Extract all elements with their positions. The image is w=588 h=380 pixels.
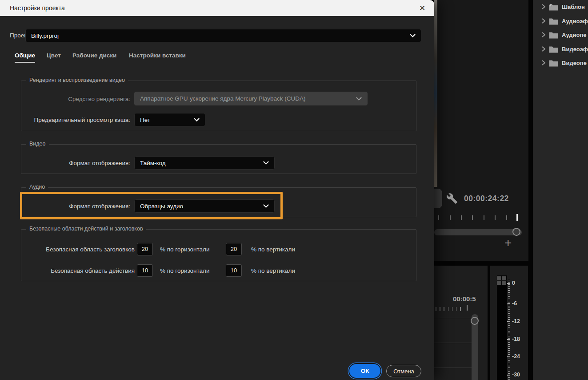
video-format-dropdown[interactable]: Тайм-код bbox=[134, 156, 275, 170]
track-divider bbox=[434, 343, 472, 343]
tree-item-audio-transitions[interactable]: Аудиопе bbox=[533, 29, 588, 40]
tree-item-video-transitions[interactable]: Видеопе bbox=[533, 57, 588, 68]
tab-scratch-disks[interactable]: Рабочие диски bbox=[72, 52, 116, 62]
video-frame-sliver bbox=[434, 0, 437, 187]
timeline-ruler bbox=[436, 307, 461, 311]
tab-color[interactable]: Цвет bbox=[47, 52, 61, 62]
tree-item-label: Видеопе bbox=[562, 60, 587, 66]
chevron-down-icon bbox=[410, 34, 416, 37]
rendering-section: Рендеринг и воспроизведение видео bbox=[21, 81, 416, 131]
audio-meter-cap-divider bbox=[497, 280, 507, 281]
safe-areas-section-legend: Безопасные области действий и заголовков bbox=[26, 226, 146, 232]
program-scrollbar-handle[interactable] bbox=[512, 228, 520, 236]
close-icon[interactable]: ✕ bbox=[414, 0, 431, 16]
video-section-legend: Видео bbox=[26, 141, 49, 147]
title-safe-vertical-input[interactable]: 20 bbox=[226, 243, 242, 255]
tab-general[interactable]: Общие bbox=[15, 52, 35, 63]
meter-major-tick bbox=[507, 339, 510, 340]
audio-meter-bar bbox=[497, 275, 507, 380]
tree-item-label: Аудиопе bbox=[562, 32, 587, 38]
dialog-title: Настройки проекта bbox=[10, 4, 65, 12]
folder-icon bbox=[549, 17, 558, 25]
meter-major-tick bbox=[507, 356, 510, 357]
meter-major-tick bbox=[507, 303, 510, 304]
folder-icon bbox=[549, 31, 558, 39]
preview-cache-label: Предварительный просмотр кэша: bbox=[19, 117, 130, 123]
meter-db-label: -6 bbox=[512, 300, 517, 307]
chevron-right-icon bbox=[541, 32, 545, 37]
chevron-down-icon bbox=[263, 204, 269, 208]
project-dropdown-value: Billy.prproj bbox=[31, 32, 59, 39]
meter-db-label: -12 bbox=[512, 318, 520, 324]
title-safe-horizontal-input[interactable]: 20 bbox=[137, 243, 153, 255]
meter-db-label: 0 bbox=[512, 280, 515, 286]
program-monitor-panel bbox=[434, 0, 528, 261]
tree-item-label: Аудиоэф bbox=[562, 18, 588, 24]
meter-db-label: -24 bbox=[512, 353, 520, 360]
video-format-label: Формат отображения: bbox=[19, 160, 130, 166]
tree-item-templates[interactable]: Шаблон bbox=[533, 1, 588, 12]
meter-major-tick bbox=[507, 375, 510, 376]
tree-item-audio-effects[interactable]: Аудиоэф bbox=[533, 16, 588, 26]
renderer-label: Средство рендеринга: bbox=[19, 96, 130, 102]
chevron-down-icon bbox=[356, 97, 362, 101]
program-playhead-tick[interactable] bbox=[516, 214, 518, 221]
track-divider bbox=[434, 318, 472, 318]
program-timecode[interactable]: 00:00:24:22 bbox=[464, 194, 509, 203]
tab-ingest-settings[interactable]: Настройки вставки bbox=[129, 52, 186, 62]
action-safe-horizontal-input[interactable]: 10 bbox=[137, 264, 153, 277]
chevron-down-icon bbox=[263, 161, 269, 165]
settings-wrench-icon[interactable] bbox=[446, 193, 458, 206]
tree-item-video-effects[interactable]: Видеоэф bbox=[533, 44, 588, 54]
audio-format-dropdown[interactable]: Образцы аудио bbox=[134, 199, 275, 213]
meter-db-label: -30 bbox=[512, 372, 520, 378]
preview-cache-dropdown-value: Нет bbox=[140, 117, 150, 123]
chevron-right-icon bbox=[541, 18, 545, 24]
renderer-dropdown-value: Аппаратное GPU-ускорение ядра Mercury Pl… bbox=[140, 95, 305, 102]
action-safe-label: Безопасная область действия bbox=[19, 267, 135, 274]
renderer-dropdown: Аппаратное GPU-ускорение ядра Mercury Pl… bbox=[134, 92, 368, 105]
audio-meters-panel: 0 -6 -12 -18 -24 -30 bbox=[490, 266, 528, 380]
vertical-percent-label: % по вертикали bbox=[251, 246, 295, 253]
monitor-partial-button[interactable] bbox=[433, 189, 442, 208]
cancel-button[interactable]: Отмена bbox=[386, 365, 421, 377]
meter-major-tick bbox=[507, 321, 510, 322]
preview-cache-dropdown[interactable]: Нет bbox=[134, 113, 205, 126]
chevron-right-icon bbox=[541, 46, 545, 52]
title-safe-label: Безопасная область заголовков bbox=[19, 246, 135, 253]
track-divider bbox=[434, 368, 472, 368]
video-format-dropdown-value: Тайм-код bbox=[140, 160, 166, 166]
program-scrollbar[interactable] bbox=[434, 229, 522, 235]
folder-icon bbox=[549, 45, 558, 53]
chevron-down-icon bbox=[194, 118, 200, 121]
folder-star-icon bbox=[549, 3, 558, 11]
folder-icon bbox=[549, 59, 558, 67]
horizontal-percent-label: % по горизонтали bbox=[160, 246, 209, 253]
timeline-ruler-major-tick bbox=[467, 305, 468, 311]
timeline-scrollbar-handle[interactable] bbox=[471, 317, 479, 325]
timeline-panel: 00:00:5 bbox=[434, 266, 488, 380]
vertical-percent-label: % по вертикали bbox=[251, 267, 295, 274]
rendering-section-legend: Рендеринг и воспроизведение видео bbox=[26, 77, 128, 83]
project-settings-dialog: Настройки проекта ✕ Проект: Billy.prproj… bbox=[0, 0, 434, 380]
meter-db-label: -18 bbox=[512, 336, 520, 342]
dialog-titlebar[interactable]: Настройки проекта ✕ bbox=[0, 0, 434, 16]
audio-section-legend: Аудио bbox=[26, 184, 48, 190]
meter-major-tick bbox=[507, 283, 510, 284]
program-zoom-ruler bbox=[438, 215, 509, 220]
horizontal-percent-label: % по горизонтали bbox=[160, 267, 209, 274]
audio-format-label: Формат отображения: bbox=[19, 203, 130, 210]
audio-meter-tick-scale bbox=[508, 280, 510, 380]
ok-button[interactable]: ОК bbox=[349, 364, 380, 378]
audio-format-dropdown-value: Образцы аудио bbox=[140, 203, 183, 210]
chevron-right-icon bbox=[541, 60, 545, 65]
project-dropdown[interactable]: Billy.prproj bbox=[25, 29, 421, 42]
tree-item-label: Шаблон bbox=[562, 4, 585, 10]
premiere-pro-app: 00:00:24:22 + 00:00:5 0 -6 -12 -18 -24 -… bbox=[0, 0, 588, 380]
add-button-plus-icon[interactable]: + bbox=[504, 237, 512, 249]
action-safe-vertical-input[interactable]: 10 bbox=[226, 264, 242, 277]
effects-panel: Шаблон Аудиоэф Аудиопе Видеоэф Видеопе bbox=[533, 0, 588, 380]
timeline-timecode[interactable]: 00:00:5 bbox=[453, 295, 476, 303]
tree-item-label: Видеоэф bbox=[562, 46, 588, 53]
chevron-right-icon bbox=[541, 4, 545, 9]
